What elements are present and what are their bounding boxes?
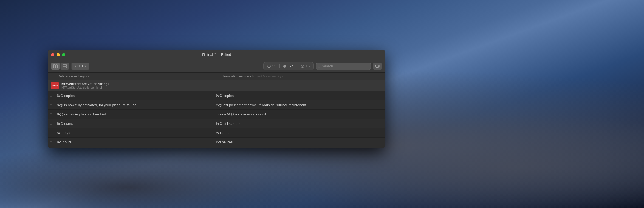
translation-cell: %d heures [212,140,385,144]
translation-cell: %@ est pleinement activé. À vous de l'ut… [212,103,385,107]
translation-cell: %d jours [212,131,385,135]
stat-filled-value: 174 [288,64,294,68]
table-row[interactable]: %@ is now fully activated, for your plea… [48,100,385,110]
empty-circle-icon [267,65,271,68]
stat-filled: 174 [283,64,294,68]
strings-file-icon: STRINGS [51,82,59,89]
single-pane-icon [53,64,58,68]
file-type-icon: 🗒 [202,53,205,57]
table-row[interactable]: %@ users %@ utilisateurs [48,119,385,128]
translation-cell: Il reste %@ à votre essai gratuit. [212,112,385,116]
window-title-text: fr.xliff — Edited [207,53,231,57]
svg-rect-2 [63,65,67,66]
file-name: MFWebStoreActivation.strings [61,82,109,86]
row-indicator [48,110,54,119]
svg-point-9 [375,65,378,68]
ghost-hint-text: ment les mises à jour [255,74,286,78]
stat-equal: 15 [301,64,310,68]
stat-equal-value: 15 [306,64,310,68]
maximize-button[interactable] [62,53,65,56]
translation-cell: %@ copies [212,94,385,98]
filled-circle-icon [283,65,286,68]
reference-cell: %@ is now fully activated, for your plea… [54,103,212,107]
status-dot [50,132,52,134]
file-info: MFWebStoreActivation.strings MFAppStoreV… [61,82,109,89]
reference-cell: %@ remaining to your free trial. [54,112,212,116]
svg-point-5 [283,65,286,68]
split-pane-view-button[interactable] [60,63,69,70]
reference-cell: %d hours [54,140,212,144]
svg-rect-0 [53,65,55,68]
search-input[interactable] [322,64,368,68]
table-row[interactable]: %@ remaining to your free trial. Il rest… [48,110,385,119]
svg-point-4 [268,65,270,68]
svg-point-6 [301,65,304,68]
traffic-lights [51,53,65,56]
file-group-row: STRINGS MFWebStoreActivation.strings MFA… [48,80,385,91]
translation-column-header: Translation — French ment les mises à jo… [219,74,385,78]
translation-cell: %@ utilisateurs [212,122,385,126]
svg-line-10 [378,67,379,68]
equal-icon [301,65,304,68]
row-indicator [48,138,54,147]
column-headers: Reference — English Translation — French… [48,73,385,80]
status-dot [50,123,52,125]
view-toggle-group [51,63,69,70]
single-pane-view-button[interactable] [51,63,60,70]
table-row[interactable]: %d hours %d heures [48,138,385,147]
status-dot [50,104,52,106]
format-selector-button[interactable]: XLIFF ▾ [71,63,89,70]
file-path: MFAppStoreValidation/en.lproj [61,86,109,89]
stat-separator-2 [297,64,297,68]
search-lines-icon [375,64,380,68]
status-dot [50,95,52,97]
search-advanced-button[interactable] [373,63,382,70]
row-indicator [48,128,54,137]
chevron-down-icon: ▾ [85,65,86,68]
table-row[interactable]: %d days %d jours [48,128,385,138]
stat-separator-1 [279,64,280,68]
close-button[interactable] [51,53,54,56]
row-indicator [48,91,54,100]
svg-rect-3 [63,67,67,68]
svg-rect-1 [56,65,57,68]
row-indicator [48,119,54,128]
reference-cell: %@ copies [54,94,212,98]
split-pane-icon [63,64,67,68]
toolbar: XLIFF ▾ 11 174 [48,60,385,73]
window-title: 🗒 fr.xliff — Edited [202,53,231,57]
row-indicator [48,100,54,109]
search-box[interactable]: ⌕ [316,63,371,70]
search-icon: ⌕ [318,64,320,68]
main-window: 🗒 fr.xliff — Edited XLIFF ▾ [48,50,385,148]
reference-column-header: Reference — English [54,74,219,78]
stat-empty: 11 [267,64,276,68]
format-label: XLIFF [74,64,84,68]
stats-group: 11 174 15 [263,62,314,70]
reference-cell: %d days [54,131,212,135]
stat-empty-value: 11 [272,64,276,68]
table-row[interactable]: %@ copies %@ copies [48,91,385,100]
minimize-button[interactable] [57,53,60,56]
rows-container: STRINGS MFWebStoreActivation.strings MFA… [48,80,385,148]
status-dot [50,141,52,143]
status-dot [50,113,52,115]
reference-cell: %@ users [54,122,212,126]
titlebar: 🗒 fr.xliff — Edited [48,50,385,60]
